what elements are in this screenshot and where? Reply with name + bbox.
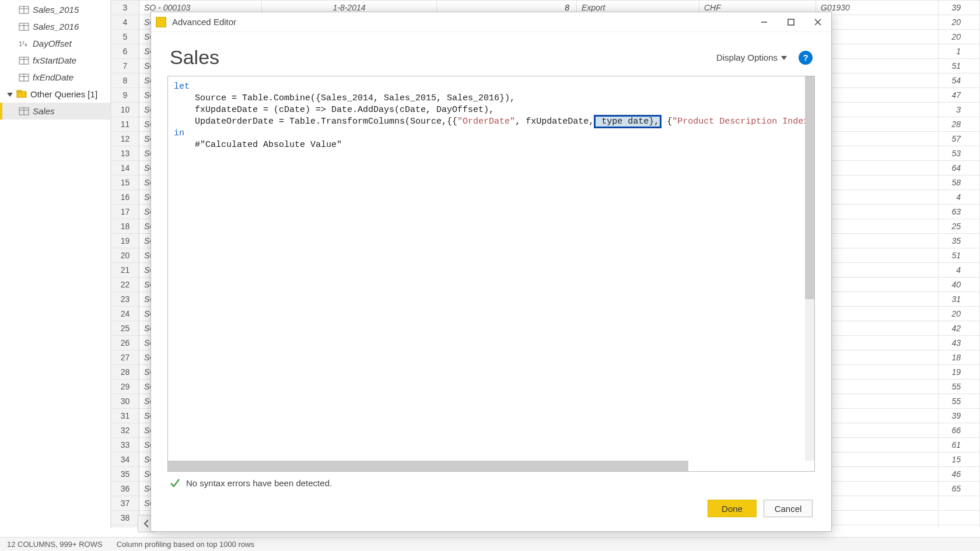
g-cell [816, 88, 939, 103]
last-number-cell: 58 [939, 176, 980, 190]
last-number-cell: 4 [939, 190, 980, 205]
help-button[interactable]: ? [799, 51, 813, 65]
scrollbar-thumb[interactable] [168, 461, 688, 471]
nav-item-label: Sales [33, 106, 55, 116]
done-label: Done [722, 504, 743, 514]
g-cell [816, 146, 939, 161]
table-icon [19, 22, 29, 31]
nav-group-label: Other Queries [1] [30, 89, 97, 99]
check-icon [170, 478, 180, 488]
g-cell [816, 336, 939, 350]
nav-item-label: DayOffset [33, 38, 72, 48]
folder-icon [16, 90, 27, 99]
nav-item-dayoffset[interactable]: 1²₃ DayOffset [0, 35, 110, 52]
code-horizontal-scrollbar[interactable] [168, 461, 803, 471]
row-number-cell: 24 [111, 307, 139, 321]
row-number-cell: 11 [111, 117, 139, 132]
maximize-button[interactable] [778, 12, 804, 32]
g-cell [816, 350, 939, 365]
g-cell [816, 263, 939, 278]
code-editor[interactable]: let Source = Table.Combine({Sales_2014, … [167, 76, 815, 472]
display-options-label: Display Options [716, 52, 778, 62]
powerbi-app-icon [156, 17, 166, 27]
row-number-cell: 25 [111, 321, 139, 336]
cancel-label: Cancel [775, 504, 802, 514]
g-cell [816, 30, 939, 44]
last-number-cell: 20 [939, 15, 980, 30]
row-number-cell: 30 [111, 394, 139, 409]
last-number-cell: 39 [939, 1, 980, 15]
nav-group-other-queries[interactable]: Other Queries [1] [0, 86, 110, 103]
scrollbar-thumb[interactable] [805, 76, 814, 299]
nav-item-sales-2015[interactable]: Sales_2015 [0, 1, 110, 18]
g-cell: G01930 [816, 1, 939, 15]
dialog-title: Advanced Editor [172, 17, 236, 27]
g-cell [816, 234, 939, 248]
display-options-dropdown[interactable]: Display Options [716, 52, 787, 62]
last-number-cell: 28 [939, 117, 980, 132]
nav-item-fxstartdate[interactable]: fxStartDate [0, 52, 110, 69]
last-number-cell: 55 [939, 394, 980, 409]
row-number-cell: 38 [111, 511, 139, 525]
last-number-cell [939, 525, 980, 528]
row-number-cell: 20 [111, 248, 139, 263]
code-vertical-scrollbar[interactable] [805, 76, 814, 461]
row-number-cell: 7 [111, 59, 139, 73]
done-button[interactable]: Done [708, 500, 757, 517]
g-cell [816, 219, 939, 234]
row-number-cell: 8 [111, 73, 139, 88]
table-icon [19, 5, 29, 15]
close-button[interactable] [804, 12, 831, 32]
last-number-cell: 3 [939, 103, 980, 117]
g-cell [816, 161, 939, 176]
query-navigator: Sales_2015 Sales_2016 1²₃ DayOffset fxSt… [0, 0, 111, 528]
row-number-cell: 10 [111, 103, 139, 117]
row-number-cell: 16 [111, 190, 139, 205]
row-number-cell: 12 [111, 132, 139, 146]
row-number-cell: 14 [111, 161, 139, 176]
last-number-cell: 20 [939, 30, 980, 44]
g-cell [816, 511, 939, 525]
nav-item-sales[interactable]: Sales [0, 103, 110, 120]
last-number-cell: 64 [939, 161, 980, 176]
svg-rect-15 [17, 90, 22, 92]
g-cell [816, 380, 939, 394]
nav-item-label: Sales_2016 [33, 22, 79, 31]
g-cell [816, 365, 939, 380]
g-cell [816, 452, 939, 467]
g-cell [816, 117, 939, 132]
code-line-3a: UpdateOrderDate = Table.TransformColumns… [174, 117, 457, 127]
caret-down-icon [7, 92, 13, 97]
code-keyword-let: let [174, 82, 190, 92]
row-number-cell: 34 [111, 452, 139, 467]
cancel-button[interactable]: Cancel [764, 500, 813, 517]
last-number-cell: 1 [939, 44, 980, 59]
g-cell [816, 307, 939, 321]
g-cell [816, 205, 939, 219]
code-string-product-desc-index: "Product Description Index" [672, 117, 814, 127]
table-icon [19, 107, 29, 116]
g-cell [816, 482, 939, 496]
last-number-cell: 57 [939, 132, 980, 146]
row-number-cell: 13 [111, 146, 139, 161]
nav-item-fxenddate[interactable]: fxEndDate [0, 69, 110, 86]
code-line-3b: , fxUpdateDate, [515, 117, 594, 127]
minimize-button[interactable] [751, 12, 778, 32]
last-number-cell [939, 511, 980, 525]
last-number-cell: 61 [939, 438, 980, 452]
nav-item-label: fxStartDate [33, 55, 76, 65]
row-number-cell: 32 [111, 423, 139, 438]
syntax-message: No syntax errors have been detected. [186, 478, 332, 488]
last-number-cell: 65 [939, 482, 980, 496]
g-cell [816, 292, 939, 307]
status-bar: 12 COLUMNS, 999+ ROWS Column profiling b… [0, 537, 980, 551]
g-cell [816, 525, 939, 528]
maximize-icon [788, 19, 794, 26]
last-number-cell [939, 496, 980, 511]
syntax-status: No syntax errors have been detected. [151, 472, 831, 488]
row-number-cell: 31 [111, 409, 139, 423]
dialog-titlebar[interactable]: Advanced Editor [151, 12, 831, 32]
row-number-cell: 37 [111, 496, 139, 511]
row-number-cell: 26 [111, 336, 139, 350]
nav-item-sales-2016[interactable]: Sales_2016 [0, 18, 110, 35]
